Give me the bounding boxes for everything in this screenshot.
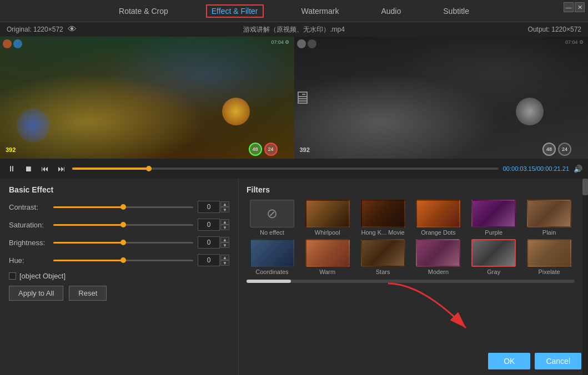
contrast-label: Contrast: xyxy=(9,203,53,211)
filter-warm[interactable]: Warm xyxy=(302,239,353,275)
filter-label-plain: Plain xyxy=(542,229,556,236)
info-bar: Original: 1220×572 👁 游戏讲解（原视频、无水印）.mp4 O… xyxy=(0,22,588,37)
tab-audio[interactable]: Audio xyxy=(376,4,405,18)
filters-grid: ⊘ No effect Whirlpool Hong K... Movie xyxy=(247,200,575,275)
brightness-value[interactable]: 0 xyxy=(198,236,220,249)
filter-thumb-pixelate xyxy=(527,239,571,267)
filters-scrollbar[interactable] xyxy=(247,280,575,283)
filter-label-stars: Stars xyxy=(376,268,390,275)
filter-label-pixelate: Pixelate xyxy=(539,268,560,275)
filter-thumb-no-effect: ⊘ xyxy=(250,200,294,227)
panel-scrollbar[interactable] xyxy=(582,179,588,375)
hue-label: Hue: xyxy=(9,256,53,265)
filters-panel: Filters ⊘ No effect Whirlpool xyxy=(239,179,582,375)
filter-pixelate[interactable]: Pixelate xyxy=(524,239,575,275)
panel-scrollbar-thumb xyxy=(582,179,588,195)
filter-purple[interactable]: Purple xyxy=(468,200,519,236)
saturation-value[interactable]: 0 xyxy=(198,219,220,231)
saturation-slider[interactable] xyxy=(53,224,193,226)
filter-label-gray: Gray xyxy=(487,268,500,275)
deinterlacing-checkbox[interactable] xyxy=(9,272,16,280)
progress-bar[interactable] xyxy=(72,168,499,170)
hue-value[interactable]: 0 xyxy=(198,254,220,266)
action-buttons: Apply to All Reset xyxy=(9,286,229,301)
tab-watermark[interactable]: Watermark xyxy=(297,4,344,18)
reset-button[interactable]: Reset xyxy=(69,286,107,301)
brightness-row: Brightness: 0 ▲ ▼ xyxy=(9,236,229,249)
play-button[interactable]: ⏸ xyxy=(6,163,18,175)
cancel-button[interactable]: Cancel xyxy=(535,353,581,369)
filter-thumb-orange xyxy=(416,200,460,227)
filter-hongk[interactable]: Hong K... Movie xyxy=(358,200,409,236)
brightness-down[interactable]: ▼ xyxy=(220,242,229,248)
saturation-row: Saturation: 0 ▲ ▼ xyxy=(9,219,229,231)
stop-button[interactable]: ⏹ xyxy=(22,163,34,175)
saturation-thumb xyxy=(120,222,126,227)
progress-thumb xyxy=(146,166,152,171)
filter-thumb-stars xyxy=(361,239,405,267)
ok-button[interactable]: OK xyxy=(488,353,530,369)
minimize-button[interactable]: — xyxy=(564,2,574,12)
filter-no-effect[interactable]: ⊘ No effect xyxy=(247,200,298,236)
tab-subtitle[interactable]: Subtitle xyxy=(439,4,474,18)
filter-whirlpool[interactable]: Whirlpool xyxy=(302,200,353,236)
filter-label-warm: Warm xyxy=(319,268,335,275)
filter-label-no-effect: No effect xyxy=(260,229,284,236)
deinterlacing-row: [object Object] xyxy=(9,272,229,280)
hue-fill xyxy=(53,260,123,261)
saturation-up[interactable]: ▲ xyxy=(220,219,229,225)
volume-icon[interactable]: 🔊 xyxy=(574,165,582,173)
eye-icon[interactable]: 👁 xyxy=(68,24,77,34)
filters-title: Filters xyxy=(247,185,575,194)
original-resolution: Original: 1220×572 xyxy=(7,26,63,33)
filter-thumb-hongk xyxy=(361,200,405,227)
brightness-slider[interactable] xyxy=(53,242,193,244)
filter-plain[interactable]: Plain xyxy=(524,200,575,236)
brightness-thumb xyxy=(120,240,126,245)
filter-stars[interactable]: Stars xyxy=(358,239,409,275)
brightness-up[interactable]: ▲ xyxy=(220,237,229,242)
time-display: 00:00:03.15/00:00:21.21 xyxy=(503,165,569,172)
deinterlacing-label: [object Object] xyxy=(19,272,66,280)
saturation-fill xyxy=(53,224,123,226)
apply-all-button[interactable]: Apply to All xyxy=(9,286,63,301)
filename: 游戏讲解（原视频、无水印）.mp4 xyxy=(243,25,345,34)
contrast-up[interactable]: ▲ xyxy=(220,201,229,207)
bottom-bar: OK Cancel xyxy=(481,347,588,375)
contrast-value[interactable]: 0 xyxy=(198,201,220,213)
output-resolution: Output: 1220×572 xyxy=(528,26,581,33)
tab-effect[interactable]: Effect & Filter xyxy=(206,4,264,18)
contrast-slider[interactable] xyxy=(53,206,193,208)
filter-label-orange: Orange Dots xyxy=(421,229,455,236)
saturation-down[interactable]: ▼ xyxy=(220,225,229,230)
filter-modern[interactable]: Modern xyxy=(413,239,464,275)
brightness-fill xyxy=(53,242,123,244)
filter-orange[interactable]: Orange Dots xyxy=(413,200,464,236)
basic-effect-panel: Basic Effect Contrast: 0 ▲ ▼ Saturation:… xyxy=(0,179,239,375)
close-button[interactable]: ✕ xyxy=(575,2,585,12)
tab-bar: Rotate & Crop Effect & Filter Watermark … xyxy=(0,0,588,22)
filter-label-purple: Purple xyxy=(485,229,502,236)
filter-thumb-gray xyxy=(471,239,516,267)
hue-down[interactable]: ▼ xyxy=(220,260,229,266)
main-content: Basic Effect Contrast: 0 ▲ ▼ Saturation:… xyxy=(0,179,588,375)
saturation-label: Saturation: xyxy=(9,221,53,229)
hue-spinner: ▲ ▼ xyxy=(220,255,229,266)
filter-gray[interactable]: Gray xyxy=(468,239,519,275)
next-button[interactable]: ⏭ xyxy=(56,163,68,175)
original-video-panel: 07:04 ⚙ 392 48 24 xyxy=(0,37,294,159)
prev-button[interactable]: ⏮ xyxy=(39,163,51,175)
video-area: 07:04 ⚙ 392 48 24 07:04 ⚙ 392 48 24 🖥 xyxy=(0,37,588,159)
tab-rotate[interactable]: Rotate & Crop xyxy=(114,4,173,18)
filter-coords[interactable]: Coordinates xyxy=(247,239,298,275)
filter-label-whirlpool: Whirlpool xyxy=(315,229,340,236)
filter-label-coords: Coordinates xyxy=(255,268,288,275)
contrast-fill xyxy=(53,206,123,208)
filter-thumb-purple xyxy=(471,200,516,227)
progress-fill xyxy=(72,168,149,170)
hue-up[interactable]: ▲ xyxy=(220,255,229,260)
basic-effect-title: Basic Effect xyxy=(9,185,229,194)
hue-thumb xyxy=(120,257,126,263)
contrast-down[interactable]: ▼ xyxy=(220,207,229,212)
hue-slider[interactable] xyxy=(53,260,193,261)
